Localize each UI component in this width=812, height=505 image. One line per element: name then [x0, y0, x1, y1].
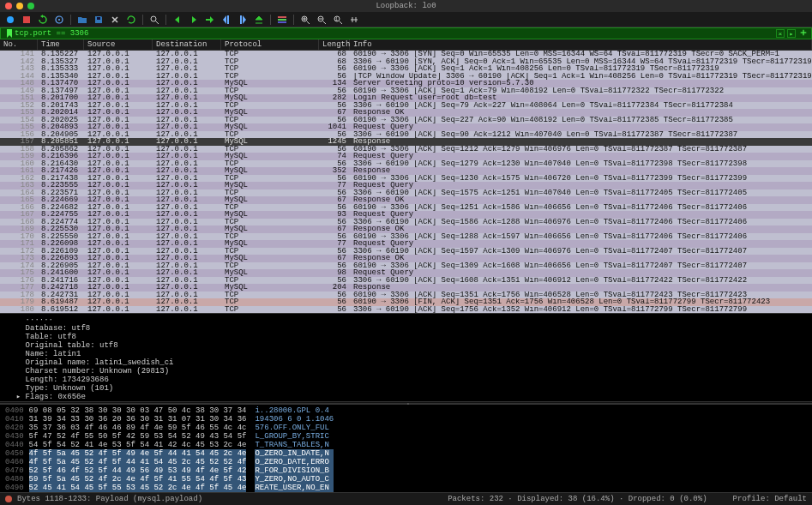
packet-row[interactable]: 1748.226905127.0.0.1127.0.0.1TCP5660190 … [0, 262, 812, 270]
col-length[interactable]: Length [319, 39, 350, 50]
packet-row[interactable]: 1558.204893127.0.0.1127.0.0.1MySQL1041Re… [0, 123, 812, 131]
restart-capture-icon[interactable] [38, 15, 48, 25]
packet-row[interactable]: 1528.201743127.0.0.1127.0.0.1TCP563306 →… [0, 102, 812, 110]
packet-row[interactable]: 1758.241600127.0.0.1127.0.0.1MySQL98Requ… [0, 269, 812, 277]
svg-line-18 [323, 21, 326, 24]
status-profile[interactable]: Profile: Default [733, 495, 807, 503]
close-file-icon[interactable] [110, 15, 120, 25]
colorize-icon[interactable] [277, 15, 287, 25]
apply-filter-icon[interactable]: ▸ [787, 29, 796, 38]
tree-line[interactable]: Type: Unknown (101) [7, 384, 805, 393]
tree-line[interactable]: ······ [7, 316, 805, 324]
filter-add-icon[interactable] [799, 28, 808, 39]
toolbar-separator [293, 15, 294, 25]
packet-row[interactable]: 1658.224669127.0.0.1127.0.0.1MySQL67Resp… [0, 196, 812, 204]
packet-row[interactable]: 1678.224755127.0.0.1127.0.0.1MySQL93Requ… [0, 211, 812, 219]
packet-row[interactable]: 1788.242731127.0.0.1127.0.0.1TCP5660190 … [0, 292, 812, 299]
toolbar-separator [142, 15, 143, 25]
clear-filter-icon[interactable]: × [776, 29, 785, 38]
packet-row[interactable]: 1488.137470127.0.0.1127.0.0.1MySQL134Ser… [0, 80, 812, 87]
packet-row[interactable]: 1518.201700127.0.0.1127.0.0.1MySQL282Log… [0, 94, 812, 102]
svg-point-5 [151, 16, 156, 21]
col-time[interactable]: Time [38, 39, 84, 50]
expert-info-icon[interactable] [5, 496, 12, 502]
display-filter-input[interactable] [15, 29, 776, 38]
bookmark-filter-icon[interactable] [4, 28, 15, 39]
packet-row[interactable]: 1648.223571127.0.0.1127.0.0.1TCP563306 →… [0, 189, 812, 197]
packet-row[interactable]: 1598.216396127.0.0.1127.0.0.1MySQL74Requ… [0, 153, 812, 160]
tree-line[interactable]: Database: utf8 [7, 324, 805, 333]
open-file-icon[interactable] [77, 15, 87, 25]
close-window-icon[interactable] [5, 3, 12, 9]
packet-row[interactable]: 1608.216430127.0.0.1127.0.0.1TCP563306 →… [0, 160, 812, 168]
packet-row[interactable]: 1688.224774127.0.0.1127.0.0.1TCP563306 →… [0, 219, 812, 226]
go-last-icon[interactable] [238, 15, 248, 25]
packet-row[interactable]: 1628.217438127.0.0.1127.0.0.1TCP5660190 … [0, 175, 812, 183]
auto-scroll-icon[interactable] [254, 15, 264, 25]
start-capture-icon[interactable] [5, 15, 15, 25]
col-info[interactable]: Info [350, 39, 812, 50]
find-icon[interactable] [149, 15, 159, 25]
col-protocol[interactable]: Protocol [221, 39, 319, 50]
pane-splitter[interactable] [0, 401, 812, 404]
packet-row[interactable]: 1738.226893127.0.0.1127.0.0.1MySQL67Resp… [0, 255, 812, 262]
packet-row[interactable]: 1768.241716127.0.0.1127.0.0.1TCP563306 →… [0, 277, 812, 285]
zoom-window-icon[interactable] [27, 3, 34, 9]
hex-bytes: 69 08 05 32 38 30 30 30 03 47 50 4c 38 3… [29, 406, 247, 490]
display-filter-bar: × ▸ [0, 27, 812, 39]
minimize-window-icon[interactable] [16, 3, 23, 9]
packet-row[interactable]: 1538.202014127.0.0.1127.0.0.1MySQL67Resp… [0, 109, 812, 117]
tree-line[interactable]: Original table: utf8 [7, 341, 805, 350]
packet-details[interactable]: ······ Database: utf8 Table: utf8 Origin… [0, 313, 812, 401]
tree-line[interactable]: Charset number: Unknown (29813) [7, 367, 805, 376]
packet-row[interactable]: 1428.135327127.0.0.1127.0.0.1TCP683306 →… [0, 58, 812, 66]
tree-line[interactable]: Name: latin1 [7, 350, 805, 358]
packet-row[interactable]: 1778.242718127.0.0.1127.0.0.1MySQL204Res… [0, 284, 812, 292]
packet-row[interactable]: 1668.224682127.0.0.1127.0.0.1TCP5660190 … [0, 204, 812, 212]
packet-row[interactable]: 1708.225550127.0.0.1127.0.0.1TCP5660190 … [0, 233, 812, 241]
zoom-reset-icon[interactable]: 1 [333, 15, 343, 25]
go-back-icon[interactable] [172, 15, 183, 25]
tree-line[interactable]: Length: 1734293686 [7, 376, 805, 384]
packet-row[interactable]: 1568.204905127.0.0.1127.0.0.1TCP563306 →… [0, 131, 812, 139]
svg-rect-12 [278, 21, 286, 23]
options-icon[interactable] [54, 15, 64, 25]
packet-row[interactable]: 1438.135333127.0.0.1127.0.0.1TCP5660190 … [0, 65, 812, 73]
main-toolbar: 1 [0, 12, 812, 27]
col-destination[interactable]: Destination [153, 39, 221, 50]
packet-row[interactable]: 1448.135340127.0.0.1127.0.0.1TCP56[TCP W… [0, 73, 812, 81]
packet-row[interactable]: 1548.202025127.0.0.1127.0.0.1TCP5660190 … [0, 117, 812, 124]
packet-bytes[interactable]: 0400 0410 0420 0430 0440 0450 0460 0470 … [0, 404, 812, 492]
go-first-icon[interactable] [221, 15, 232, 25]
zoom-in-icon[interactable] [300, 15, 310, 25]
hex-offsets: 0400 0410 0420 0430 0440 0450 0460 0470 … [5, 406, 24, 490]
packet-row[interactable]: 1498.137497127.0.0.1127.0.0.1TCP5660190 … [0, 87, 812, 95]
reload-icon[interactable] [126, 15, 136, 25]
toolbar-separator [70, 15, 71, 25]
tree-line[interactable]: Original name: latin1_swedish_ci [7, 358, 805, 367]
resize-columns-icon[interactable] [349, 15, 359, 25]
packet-row[interactable]: 1418.135227127.0.0.1127.0.0.1TCP6860190 … [0, 51, 812, 58]
packet-row[interactable]: 1698.225530127.0.0.1127.0.0.1MySQL67Resp… [0, 225, 812, 233]
svg-text:1: 1 [335, 17, 338, 22]
jump-to-icon[interactable] [205, 15, 215, 25]
tree-line[interactable]: Table: utf8 [7, 333, 805, 341]
packet-row[interactable]: 1798.619487127.0.0.1127.0.0.1TCP5660190 … [0, 298, 812, 306]
svg-point-3 [58, 19, 60, 21]
packet-row[interactable]: 1728.226109127.0.0.1127.0.0.1TCP563306 →… [0, 248, 812, 256]
packet-row[interactable]: 1618.217426127.0.0.1127.0.0.1MySQL352Res… [0, 167, 812, 175]
packet-row[interactable]: 1718.226098127.0.0.1127.0.0.1MySQL77Requ… [0, 240, 812, 248]
packet-row[interactable]: 1588.205862127.0.0.1127.0.0.1TCP5660190 … [0, 146, 812, 153]
col-source[interactable]: Source [84, 39, 153, 50]
go-forward-icon[interactable] [189, 15, 199, 25]
packet-row[interactable]: 1638.223555127.0.0.1127.0.0.1MySQL77Requ… [0, 182, 812, 189]
packet-list[interactable]: 1418.135227127.0.0.1127.0.0.1TCP6860190 … [0, 51, 812, 313]
zoom-out-icon[interactable] [316, 15, 327, 25]
packet-row[interactable]: 1808.619512127.0.0.1127.0.0.1TCP563306 →… [0, 306, 812, 314]
svg-rect-4 [97, 17, 100, 20]
packet-row[interactable]: 1578.205851127.0.0.1127.0.0.1MySQL1245Re… [0, 138, 812, 146]
stop-capture-icon[interactable] [21, 15, 32, 25]
save-file-icon[interactable] [93, 15, 104, 25]
titlebar: Loopback: lo0 [0, 0, 812, 12]
col-no[interactable]: No. [0, 39, 38, 50]
